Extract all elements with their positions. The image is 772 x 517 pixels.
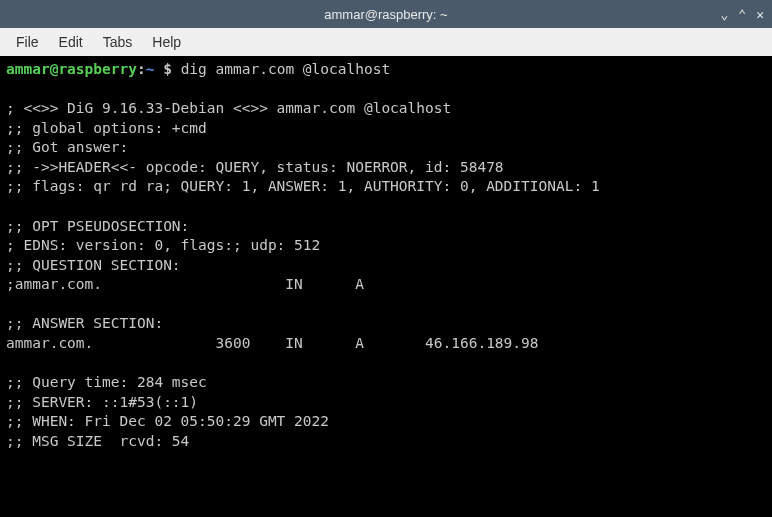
close-icon[interactable]: ✕	[756, 7, 764, 22]
minimize-icon[interactable]: ⌄	[721, 7, 729, 22]
maximize-icon[interactable]: ⌃	[738, 7, 746, 22]
output-line: ; EDNS: version: 0, flags:; udp: 512	[6, 237, 320, 253]
prompt-colon: :	[137, 61, 146, 77]
window-controls: ⌄ ⌃ ✕	[721, 7, 764, 22]
output-line: ;; ANSWER SECTION:	[6, 315, 163, 331]
menubar: File Edit Tabs Help	[0, 28, 772, 56]
output-line: ;; QUESTION SECTION:	[6, 257, 181, 273]
output-line: ;; WHEN: Fri Dec 02 05:50:29 GMT 2022	[6, 413, 329, 429]
menu-edit[interactable]: Edit	[51, 30, 91, 54]
output-line: ;; SERVER: ::1#53(::1)	[6, 394, 198, 410]
output-line: ;; global options: +cmd	[6, 120, 207, 136]
window-titlebar: ammar@raspberry: ~ ⌄ ⌃ ✕	[0, 0, 772, 28]
menu-tabs[interactable]: Tabs	[95, 30, 141, 54]
output-line: ;; Query time: 284 msec	[6, 374, 207, 390]
menu-file[interactable]: File	[8, 30, 47, 54]
command-text: dig ammar.com @localhost	[181, 61, 391, 77]
output-line: ammar.com. 3600 IN A 46.166.189.98	[6, 335, 539, 351]
output-line: ;; Got answer:	[6, 139, 128, 155]
output-line: ;ammar.com. IN A	[6, 276, 364, 292]
prompt-dollar: $	[154, 61, 180, 77]
output-line: ; <<>> DiG 9.16.33-Debian <<>> ammar.com…	[6, 100, 451, 116]
menu-help[interactable]: Help	[144, 30, 189, 54]
output-line: ;; MSG SIZE rcvd: 54	[6, 433, 189, 449]
output-line: ;; flags: qr rd ra; QUERY: 1, ANSWER: 1,…	[6, 178, 600, 194]
output-line: ;; ->>HEADER<<- opcode: QUERY, status: N…	[6, 159, 504, 175]
terminal-area[interactable]: ammar@raspberry:~ $ dig ammar.com @local…	[0, 56, 772, 517]
output-line: ;; OPT PSEUDOSECTION:	[6, 218, 189, 234]
window-title: ammar@raspberry: ~	[324, 7, 447, 22]
prompt-user-host: ammar@raspberry	[6, 61, 137, 77]
